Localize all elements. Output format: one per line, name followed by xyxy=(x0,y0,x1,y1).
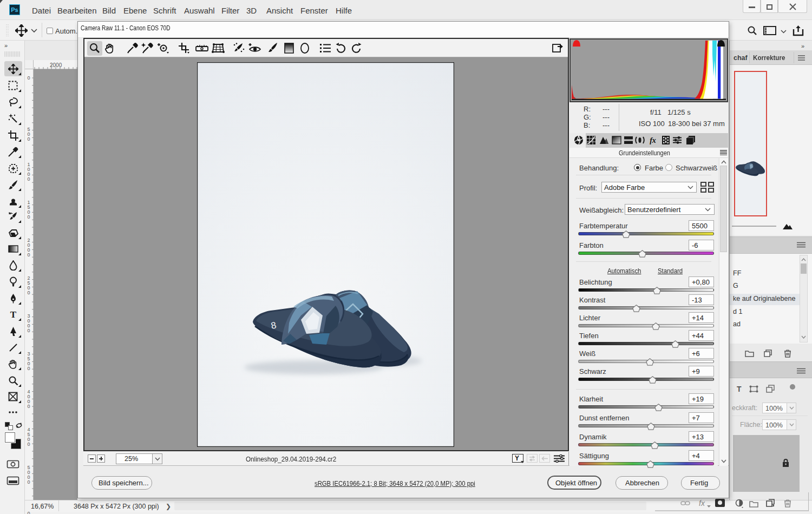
svg-text:fx: fx xyxy=(650,136,656,144)
svg-text:T: T xyxy=(10,309,16,319)
